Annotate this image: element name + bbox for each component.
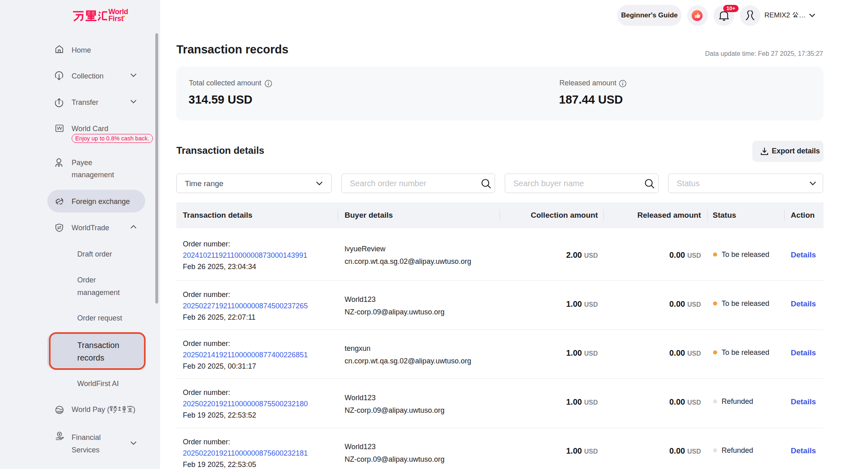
svg-text:1688: 1688: [56, 410, 62, 413]
